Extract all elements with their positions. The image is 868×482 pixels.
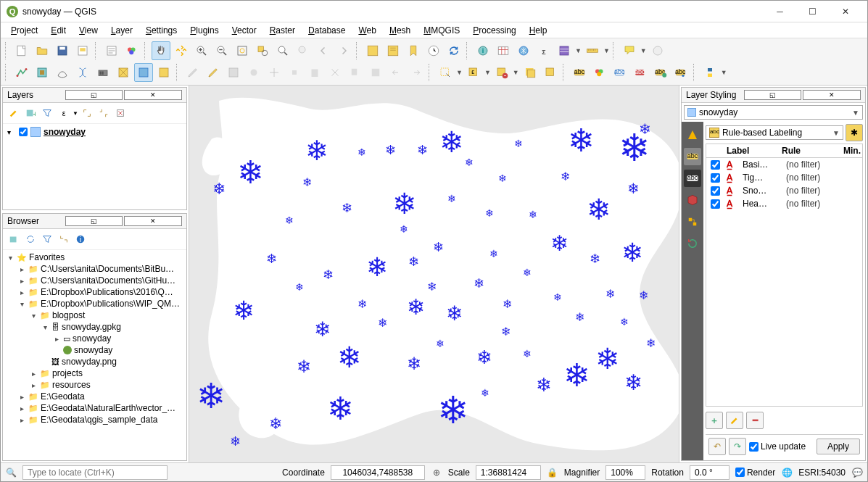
annotation-button[interactable] [648,41,667,60]
layers-collapse-icon[interactable] [96,105,112,121]
menu-project[interactable]: Project [5,24,44,37]
select-value-button[interactable]: ε [464,63,483,82]
browser-add-icon[interactable] [6,231,22,247]
rule-row[interactable]: A̲Hea…(no filter) [706,197,862,210]
redo-style-button[interactable]: ↷ [729,438,746,455]
label-tool-6[interactable]: abc [671,63,690,82]
styling-panel-close[interactable]: ✕ [803,90,861,100]
deselect-button[interactable] [492,63,511,82]
processing-button[interactable] [555,41,574,60]
undo-style-button[interactable]: ↶ [708,438,726,455]
select-all-button[interactable] [521,63,540,82]
browser-item[interactable]: 🖼snowyday.png [4,356,185,367]
menu-vector[interactable]: Vector [226,24,263,37]
rule-remove-button[interactable]: ━ [746,412,764,429]
rule-checkbox[interactable] [711,186,720,196]
color-button[interactable] [123,41,141,60]
menu-plugins[interactable]: Plugins [184,24,224,37]
tab-masks-icon[interactable]: abc [684,170,701,187]
label-tool-5[interactable]: abc [651,63,670,82]
browser-filter-icon[interactable] [39,231,55,247]
browser-item[interactable]: ▸📁E:\Dropbox\Publications\2016\Q… [4,286,185,298]
zoom-in-button[interactable] [192,41,211,60]
rotation-input[interactable]: 0.0 ° [690,465,729,480]
layer-visibility-checkbox[interactable] [19,128,28,136]
browser-item[interactable]: ▾🗄snowyday.gpkg [4,321,185,333]
layers-style-icon[interactable] [6,105,22,121]
layers-remove-icon[interactable] [112,105,128,121]
layers-expand-icon[interactable] [79,105,95,121]
style-manager-button[interactable] [102,41,121,60]
add-mesh-button[interactable] [53,63,72,82]
menu-settings[interactable]: Settings [140,24,183,37]
tab-labels-icon[interactable]: abc [684,148,701,165]
temporal-button[interactable] [404,41,423,60]
rule-checkbox[interactable] [711,160,720,170]
browser-item[interactable]: ▾📁E:\Dropbox\Publications\WIP_QM… [4,298,185,309]
menu-mesh[interactable]: Mesh [384,24,416,37]
attribute-table-button[interactable] [494,41,513,60]
rule-row[interactable]: A̲Sno…(no filter) [706,184,862,197]
invert-selection-button[interactable] [541,63,560,82]
browser-item[interactable]: ▾⭐Favorites [4,252,185,263]
browser-refresh-icon[interactable] [22,231,38,247]
crs-icon[interactable]: 🌐 [781,467,793,478]
tab-history-icon[interactable] [684,235,701,252]
add-raster-button[interactable] [33,63,51,82]
browser-collapse-icon[interactable] [56,231,72,247]
zoom-selection-button[interactable] [253,41,272,60]
menu-layer[interactable]: Layer [105,24,139,37]
zoom-last-button[interactable] [314,41,333,60]
browser-item[interactable]: ▸📁E:\Geodata [4,391,185,402]
menu-help[interactable]: Help [524,24,553,37]
browser-item[interactable]: ▸📁C:\Users\anita\Documents\BitBu… [4,263,185,275]
rules-list[interactable]: Label Rule Min. A̲Basi…(no filter)A̲Tig…… [706,144,863,407]
label-tool-2[interactable] [590,63,609,82]
rule-row[interactable]: A̲Basi…(no filter) [706,158,862,171]
zoom-out-button[interactable] [212,41,231,60]
pan-tool-button[interactable] [152,41,170,60]
messages-icon[interactable]: 💬 [851,467,863,478]
magnifier-input[interactable]: 100% [605,465,645,480]
rule-checkbox[interactable] [711,173,720,183]
save-project-button[interactable] [53,41,72,60]
measure-button[interactable] [583,41,602,60]
coord-toggle-icon[interactable]: ⊕ [431,467,442,478]
browser-panel-body[interactable]: ▾⭐Favorites▸📁C:\Users\anita\Documents\Bi… [3,250,186,460]
browser-props-icon[interactable]: i [73,231,88,247]
add-vector-button[interactable] [12,63,31,82]
label-tool-4[interactable]: abc [631,63,650,82]
crs-label[interactable]: ESRI:54030 [798,468,846,478]
rule-checkbox[interactable] [711,199,720,209]
maptips-button[interactable] [620,41,639,60]
browser-panel-undock[interactable]: ◱ [65,216,123,226]
layers-panel-close[interactable]: ✕ [124,90,182,100]
menu-edit[interactable]: Edit [45,24,72,37]
tab-3d-icon[interactable] [684,191,701,209]
browser-panel-close[interactable]: ✕ [124,216,182,226]
new-project-button[interactable] [12,41,31,60]
zoom-next-button[interactable] [334,41,353,60]
select-rect-button[interactable] [436,63,455,82]
styling-layer-select[interactable]: snowyday ▼ [684,105,863,120]
add-delimited-button[interactable] [73,63,92,82]
browser-item[interactable]: ▸📁E:\Geodata\qgis_sample_data [4,414,185,425]
locator-input[interactable] [22,465,168,480]
tab-diagrams-icon[interactable] [684,213,701,230]
show-bookmarks-button[interactable] [384,41,402,60]
live-update-checkbox[interactable]: Live update [749,441,814,452]
pan-to-selection-button[interactable] [172,41,191,60]
layer-item[interactable]: ▾ snowyday [4,125,185,138]
scale-input[interactable]: 1:36881424 [476,465,541,480]
layers-expr-icon[interactable]: ε [56,105,72,121]
zoom-layer-button[interactable] [273,41,292,60]
identify-button[interactable]: i [474,41,492,60]
add-db-button[interactable] [94,63,112,82]
new-bookmark-button[interactable] [363,41,382,60]
browser-item[interactable]: ▸📁resources [4,379,185,391]
zoom-full-button[interactable] [233,41,252,60]
add-wms-button[interactable] [134,63,153,82]
tab-symbology-icon[interactable] [684,126,701,144]
layers-add-group-icon[interactable]: + [22,105,38,121]
label-tool-1[interactable]: abc [570,63,589,82]
